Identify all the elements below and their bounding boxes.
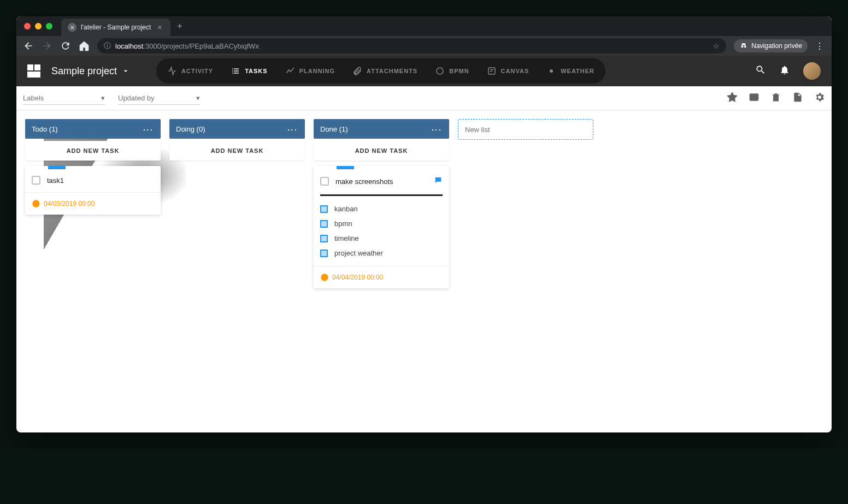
kanban-board: Todo (1) ⋮ ADD NEW TASK task1 04/03/2019…: [16, 110, 832, 432]
url-host: localhost: [115, 42, 143, 50]
search-icon[interactable]: [755, 64, 766, 78]
list-header[interactable]: Done (1) ⋮: [314, 119, 449, 139]
maximize-window-button[interactable]: [46, 23, 52, 29]
tab-attachments[interactable]: ATTACHMENTS: [344, 61, 426, 81]
export-icon[interactable]: [792, 92, 803, 105]
task-title: task1: [47, 176, 64, 185]
browser-tab[interactable]: ✕ l'atelier - Sample project ×: [61, 19, 170, 36]
subtask-checkbox[interactable]: [320, 250, 328, 257]
back-button[interactable]: [23, 40, 34, 51]
sun-icon: [546, 66, 556, 76]
minimize-window-button[interactable]: [35, 23, 42, 29]
window-controls: [24, 23, 52, 29]
browser-tab-strip: ✕ l'atelier - Sample project × +: [16, 16, 832, 36]
user-avatar[interactable]: [803, 62, 821, 80]
subtask-item[interactable]: project weather: [320, 246, 443, 260]
task-checkbox[interactable]: [32, 176, 40, 185]
list-menu-icon[interactable]: ⋮: [431, 125, 443, 133]
mail-icon[interactable]: [749, 92, 759, 105]
new-list-input[interactable]: [458, 119, 593, 140]
tab-canvas[interactable]: CANVAS: [478, 61, 538, 81]
task-card[interactable]: make screenshots kanban bpmn timeline pr…: [314, 166, 449, 288]
new-tab-button[interactable]: +: [177, 21, 182, 31]
svg-point-1: [744, 45, 746, 48]
tab-title: l'atelier - Sample project: [81, 23, 151, 31]
task-title: make screenshots: [335, 177, 393, 186]
tab-close-icon[interactable]: ×: [155, 23, 164, 32]
incognito-badge: Navigation privée: [734, 39, 808, 52]
subtask-item[interactable]: bpmn: [320, 216, 443, 231]
project-selector[interactable]: Sample project: [51, 66, 130, 77]
attachment-icon: [352, 66, 362, 76]
chevron-down-icon: [121, 67, 130, 75]
trash-icon[interactable]: [770, 92, 781, 105]
forward-button[interactable]: [42, 40, 52, 51]
dropdown-icon: ▾: [196, 94, 200, 102]
comment-icon[interactable]: [434, 176, 443, 187]
task-checkbox[interactable]: [320, 177, 329, 186]
clock-icon: [320, 273, 329, 282]
filter-bar: Labels ▾ Updated by ▾: [16, 86, 832, 110]
tab-tasks[interactable]: TASKS: [222, 61, 276, 81]
tab-activity[interactable]: ACTIVITY: [158, 61, 222, 81]
list-todo: Todo (1) ⋮ ADD NEW TASK task1 04/03/2019…: [25, 119, 161, 215]
card-label-tag: [337, 166, 354, 169]
list-done: Done (1) ⋮ ADD NEW TASK make screenshots…: [314, 119, 449, 288]
subtask-item[interactable]: kanban: [320, 201, 443, 216]
settings-icon[interactable]: [814, 92, 825, 105]
timeline-icon: [285, 66, 295, 76]
favorite-icon[interactable]: [727, 92, 738, 105]
task-card[interactable]: task1 04/03/2019 00:00: [25, 166, 161, 215]
svg-point-0: [741, 45, 744, 48]
browser-address-bar: ⓘ localhost:3000/projects/PEp9aLaBACybiq…: [16, 36, 832, 56]
tab-planning[interactable]: PLANNING: [276, 61, 344, 81]
note-icon: [487, 66, 497, 76]
list-menu-icon[interactable]: ⋮: [286, 125, 298, 133]
clock-icon: [32, 199, 40, 208]
url-path: :3000/projects/PEp9aLaBACybiqfWx: [143, 42, 259, 50]
notifications-icon[interactable]: [779, 64, 790, 78]
browser-menu-icon[interactable]: ⋮: [814, 40, 825, 51]
activity-icon: [167, 66, 177, 76]
labels-filter[interactable]: Labels ▾: [23, 92, 105, 105]
svg-point-2: [437, 68, 443, 74]
card-label-tag: [48, 166, 66, 169]
add-task-button[interactable]: ADD NEW TASK: [169, 141, 305, 161]
dropdown-icon: ▾: [101, 94, 105, 102]
bookmark-star-icon[interactable]: ☆: [713, 42, 720, 50]
add-task-button[interactable]: ADD NEW TASK: [314, 141, 449, 161]
circle-icon: [435, 66, 445, 76]
nav-tabs: ACTIVITY TASKS PLANNING ATTACHMENTS BPMN…: [156, 58, 605, 84]
subtask-item[interactable]: timeline: [320, 231, 443, 246]
tab-bpmn[interactable]: BPMN: [426, 61, 478, 81]
subtask-checkbox[interactable]: [320, 220, 328, 228]
card-due-date: 04/03/2019 00:00: [25, 192, 161, 215]
tab-weather[interactable]: WEATHER: [538, 61, 603, 81]
subtask-list: kanban bpmn timeline project weather: [314, 196, 449, 266]
updatedby-filter[interactable]: Updated by ▾: [118, 92, 200, 105]
close-window-button[interactable]: [24, 23, 31, 29]
add-task-button[interactable]: ADD NEW TASK: [25, 141, 161, 161]
svg-point-4: [550, 69, 553, 73]
reload-button[interactable]: [60, 40, 71, 51]
url-input[interactable]: ⓘ localhost:3000/projects/PEp9aLaBACybiq…: [97, 38, 726, 54]
site-info-icon[interactable]: ⓘ: [104, 41, 111, 51]
list-header[interactable]: Doing (0) ⋮: [169, 119, 305, 139]
tab-favicon-icon: ✕: [68, 23, 76, 32]
list-menu-icon[interactable]: ⋮: [142, 125, 154, 133]
list-icon: [231, 66, 240, 76]
list-header[interactable]: Todo (1) ⋮: [25, 119, 161, 139]
list-doing: Doing (0) ⋮ ADD NEW TASK: [169, 119, 305, 161]
app-header: Sample project ACTIVITY TASKS PLANNING A…: [16, 56, 832, 86]
subtask-checkbox[interactable]: [320, 235, 328, 242]
app-logo-icon[interactable]: [27, 64, 40, 78]
card-due-date: 04/04/2019 00:00: [314, 266, 449, 288]
subtask-checkbox[interactable]: [320, 205, 328, 213]
home-button[interactable]: [79, 40, 90, 51]
